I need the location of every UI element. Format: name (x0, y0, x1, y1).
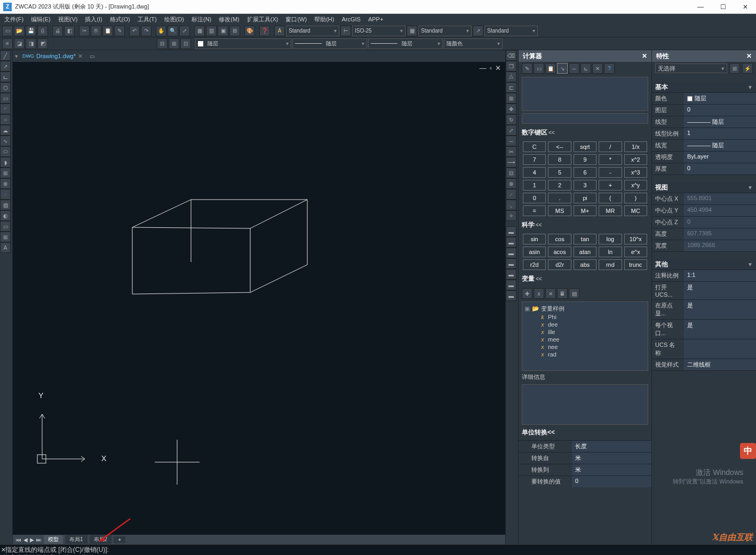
zoom-extents-icon[interactable]: ⤢ (179, 26, 190, 36)
calc-sci-abs[interactable]: abs (574, 259, 596, 270)
prop-row-每个视口...[interactable]: 每个视口...是 (652, 320, 756, 339)
unit-to-value[interactable]: 米 (572, 464, 651, 475)
var-del-icon[interactable]: ✕ (545, 288, 556, 299)
calc-sci-trunc[interactable]: trunc (624, 259, 647, 270)
menu-tools[interactable]: 工具(T) (136, 14, 159, 25)
color-combo[interactable]: 随颜色▾ (444, 38, 503, 49)
plot-preview-icon[interactable]: ◧ (64, 26, 75, 36)
rectangle-icon[interactable]: ▭ (0, 93, 11, 104)
draworder-5-icon[interactable]: ▬ (506, 269, 516, 280)
calc-sci-tan[interactable]: tan (574, 234, 596, 244)
unit-from-value[interactable]: 米 (572, 453, 651, 464)
calc-clear-icon[interactable]: ✎ (522, 63, 532, 74)
paste-icon[interactable]: 📋 (102, 26, 113, 36)
menu-window[interactable]: 窗口(W) (283, 14, 309, 25)
layer-tool3-icon[interactable]: ⊡ (180, 38, 191, 49)
help-icon[interactable]: ❓ (259, 26, 270, 36)
prop-group-view[interactable]: 视图▼ (652, 183, 756, 193)
xline-icon[interactable]: ↗ (0, 61, 11, 72)
arc-icon[interactable]: ◜ (0, 104, 11, 114)
calc-key-M+[interactable]: M+ (574, 205, 596, 216)
prop-row-线宽[interactable]: 线宽———— 随层 (652, 140, 756, 152)
calc-key-6[interactable]: 6 (574, 167, 596, 178)
calc-key-MC[interactable]: MC (624, 205, 647, 216)
properties-close-icon[interactable]: ✕ (746, 52, 752, 60)
calc-key-0[interactable]: 0 (523, 193, 546, 203)
hatch-icon[interactable]: ▨ (0, 200, 11, 210)
prop-row-厚度[interactable]: 厚度0 (652, 163, 756, 175)
layer-combo[interactable]: 随层▾ (195, 38, 291, 49)
calc-key-sqrt[interactable]: sqrt (574, 141, 596, 152)
mirror-icon[interactable]: ⧊ (506, 72, 516, 82)
point-icon[interactable]: ∙ (0, 189, 11, 200)
menu-extend[interactable]: 扩展工具(X) (245, 14, 281, 25)
calc-sci-10^x[interactable]: 10^x (624, 234, 647, 244)
saveas-icon[interactable]: ⎙ (37, 26, 48, 36)
prop-row-打开 UCS...[interactable]: 打开 UCS...是 (652, 282, 756, 300)
calc-sci-log[interactable]: log (599, 234, 622, 244)
mleaderstyle-icon[interactable]: ↗ (473, 26, 483, 36)
rotate-icon[interactable]: ↻ (506, 114, 516, 125)
menu-help[interactable]: 帮助(H) (312, 14, 336, 25)
calc-sci-r2d[interactable]: r2d (523, 259, 546, 270)
explode-icon[interactable]: ✧ (506, 210, 516, 221)
tab-last-icon[interactable]: ⏭ (36, 537, 42, 543)
insert-block-icon[interactable]: ⊞ (0, 168, 11, 178)
new-tab-icon[interactable]: ▭ (87, 51, 98, 61)
var-edit-icon[interactable]: x (534, 288, 544, 299)
draworder-3-icon[interactable]: ▬ (506, 248, 516, 258)
close-button[interactable]: ✕ (738, 2, 753, 12)
draworder-1-icon[interactable]: ▬ (506, 226, 516, 237)
chamfer-icon[interactable]: ⟋ (506, 189, 516, 200)
menu-dimension[interactable]: 标注(N) (189, 14, 213, 25)
linetype-combo[interactable]: 随层▾ (292, 38, 367, 49)
calc-section-vars[interactable]: 变量<< (522, 274, 648, 283)
calc-key-pi[interactable]: pi (574, 193, 596, 203)
move-icon[interactable]: ✥ (506, 104, 516, 114)
calc-key-([interactable]: ( (599, 193, 622, 203)
calc-key--[interactable]: - (599, 167, 622, 178)
ellipse-icon[interactable]: ⬭ (0, 146, 11, 157)
calc-sci-sin[interactable]: sin (523, 234, 546, 244)
layout-tab-add[interactable]: + (114, 536, 125, 543)
calc-getpoint-icon[interactable]: ↘ (557, 63, 568, 74)
calc-key-MS[interactable]: MS (548, 205, 571, 216)
calc-hist-icon[interactable]: ▭ (534, 63, 544, 74)
calc-section-sci[interactable]: 科学<< (522, 220, 648, 229)
menu-insert[interactable]: 插入(I) (83, 14, 104, 25)
zoom-icon[interactable]: 🔍 (168, 26, 178, 36)
extend-icon[interactable]: ⟶ (506, 157, 516, 168)
calc-sci-acos[interactable]: acos (548, 247, 571, 257)
copy-icon[interactable]: ⎘ (91, 26, 101, 36)
layout-tab-model[interactable]: 模型 (44, 535, 63, 544)
calc-sci-atan[interactable]: atan (574, 247, 596, 257)
menu-draw[interactable]: 绘图(D) (162, 14, 186, 25)
menu-view[interactable]: 视图(V) (56, 14, 80, 25)
tab-prev-icon[interactable]: ◀ (23, 537, 28, 543)
tab-next-icon[interactable]: ▶ (30, 537, 34, 543)
tab-first-icon[interactable]: ⏮ (16, 537, 21, 543)
properties-selection-combo[interactable]: 无选择▾ (655, 64, 727, 73)
redo-icon[interactable]: ↷ (141, 26, 152, 36)
calc-sci-d2r[interactable]: d2r (548, 259, 571, 270)
calc-key-9[interactable]: 9 (574, 154, 596, 165)
calc-key-*[interactable]: * (599, 154, 622, 165)
prop-row-透明度[interactable]: 透明度ByLayer (652, 152, 756, 163)
array-icon[interactable]: ⊞ (506, 93, 516, 104)
calc-key-1[interactable]: 1 (523, 180, 546, 191)
dimstyle-icon[interactable]: ⊢ (340, 26, 351, 36)
calc-section-unit[interactable]: 单位转换<< (522, 428, 648, 437)
command-history[interactable]: ✕指定直线的端点或 [闭合(C)/撤销(U)]: 指定直线的端点或 [闭合(C)… (0, 544, 756, 555)
doc-tab-active[interactable]: DWG Drawing1.dwg* ✕ (20, 52, 85, 61)
layer-tool1-icon[interactable]: ⊟ (157, 38, 168, 49)
unit-type-value[interactable]: 长度 (572, 441, 651, 452)
menu-arcgis[interactable]: ArcGIS (339, 15, 362, 23)
ellipse-arc-icon[interactable]: ◗ (0, 157, 11, 168)
textstyle-combo[interactable]: Standard▾ (286, 26, 339, 36)
tablestyle-icon[interactable]: ▦ (407, 26, 417, 36)
tile-v-icon[interactable]: ▥ (206, 26, 217, 36)
var-item-mee[interactable]: x mee (524, 336, 646, 343)
save-icon[interactable]: 💾 (26, 26, 36, 36)
print-icon[interactable]: 🖨 (52, 26, 63, 36)
calc-key-7[interactable]: 7 (523, 154, 546, 165)
